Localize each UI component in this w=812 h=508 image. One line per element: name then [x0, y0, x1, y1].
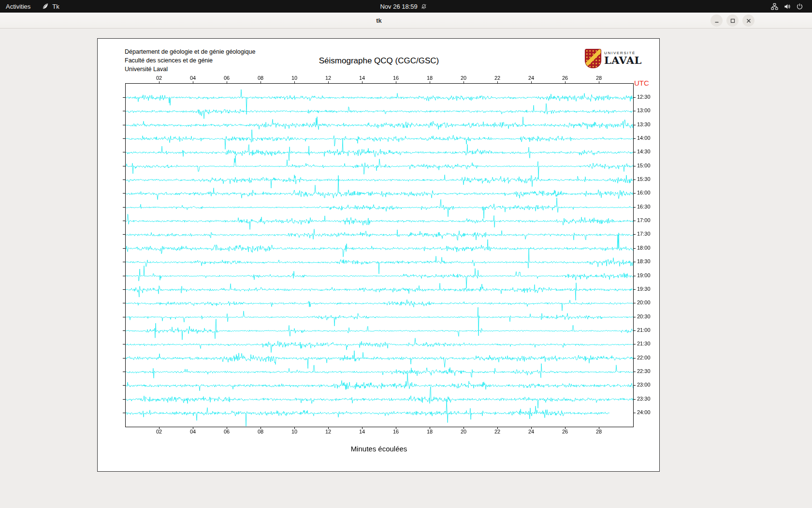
- time-label: 23:00: [637, 382, 651, 388]
- x-tick-label: 04: [186, 429, 200, 434]
- time-label: 15:30: [637, 176, 651, 182]
- laval-wordmark: UNIVERSITÉ LAVAL: [604, 49, 642, 66]
- volume-icon: [783, 3, 791, 10]
- time-label: 14:30: [637, 149, 651, 154]
- app-menu[interactable]: Tk: [36, 0, 65, 13]
- notifications-muted-icon: [421, 3, 427, 10]
- x-tick-label: 06: [220, 75, 233, 81]
- tk-feather-icon: [42, 3, 49, 10]
- axis-tick: [227, 427, 227, 429]
- x-tick-label: 14: [355, 429, 369, 434]
- axis-tick: [159, 427, 160, 429]
- x-tick-label: 28: [592, 75, 606, 81]
- time-label: 22:30: [637, 368, 651, 374]
- axis-tick: [531, 427, 532, 429]
- seismograph-panel: Département de géologie et de génie géol…: [97, 38, 660, 472]
- utc-label: UTC: [634, 79, 649, 87]
- time-label: 18:00: [637, 245, 651, 251]
- x-tick-label: 06: [220, 429, 233, 434]
- window-title: tk: [376, 17, 382, 24]
- x-tick-label: 08: [254, 75, 267, 81]
- x-tick-label: 02: [152, 429, 166, 434]
- window-controls: [710, 15, 754, 27]
- axis-tick: [328, 427, 329, 429]
- x-tick-label: 12: [321, 429, 335, 434]
- activities-label: Activities: [6, 3, 30, 10]
- axis-tick: [599, 427, 599, 429]
- x-tick-label: 22: [491, 429, 504, 434]
- x-tick-label: 10: [288, 75, 301, 81]
- time-label: 14:00: [637, 135, 651, 141]
- x-tick-label: 04: [186, 75, 200, 81]
- laval-logo: UNIVERSITÉ LAVAL: [585, 49, 642, 68]
- x-tick-label: 22: [491, 75, 504, 81]
- restore-button[interactable]: [726, 15, 739, 27]
- power-icon: [796, 3, 803, 10]
- clock-menu[interactable]: Nov 26 18:59: [374, 0, 433, 13]
- axis-tick: [565, 427, 566, 429]
- window-titlebar[interactable]: tk: [0, 13, 812, 29]
- close-button[interactable]: [742, 15, 754, 27]
- system-status-menu[interactable]: [765, 0, 809, 13]
- plot-area: [125, 83, 634, 427]
- window-content: Département de géologie et de génie géol…: [0, 29, 812, 508]
- dept-line-1: Département de géologie et de génie géol…: [125, 47, 255, 56]
- x-tick-label: 24: [524, 429, 538, 434]
- axis-tick: [261, 427, 261, 429]
- time-label: 15:00: [637, 163, 651, 168]
- time-label: 20:30: [637, 314, 651, 319]
- axis-tick: [464, 427, 464, 429]
- x-tick-label: 02: [152, 75, 166, 81]
- time-label: 13:00: [637, 107, 651, 113]
- x-tick-label: 14: [355, 75, 369, 81]
- time-label: 23:30: [637, 396, 651, 402]
- x-tick-label: 18: [423, 429, 436, 434]
- x-tick-label: 18: [423, 75, 436, 81]
- x-tick-label: 28: [592, 429, 606, 434]
- time-label: 12:30: [637, 94, 651, 100]
- axis-tick: [362, 427, 362, 429]
- x-tick-label: 24: [524, 75, 538, 81]
- time-label: 20:00: [637, 299, 651, 305]
- x-tick-label: 20: [457, 75, 470, 81]
- dept-line-3: Université Laval: [125, 65, 255, 74]
- time-label: 22:00: [637, 355, 651, 360]
- activities-button[interactable]: Activities: [0, 0, 36, 13]
- axis-tick: [294, 427, 295, 429]
- time-label: 21:00: [637, 327, 651, 333]
- x-tick-label: 16: [389, 75, 403, 81]
- time-label: 19:00: [637, 272, 651, 278]
- time-label: 16:30: [637, 204, 651, 209]
- time-label: 17:00: [637, 217, 651, 223]
- x-tick-label: 12: [321, 75, 335, 81]
- network-icon: [771, 3, 778, 10]
- axis-tick: [193, 427, 193, 429]
- axis-tick: [430, 427, 430, 429]
- time-label: 16:00: [637, 190, 651, 195]
- x-tick-label: 20: [457, 429, 470, 434]
- x-tick-label: 08: [254, 429, 267, 434]
- x-tick-label: 16: [389, 429, 403, 434]
- axis-tick: [396, 427, 396, 429]
- time-label: 24:00: [637, 409, 651, 415]
- x-tick-label: 10: [288, 429, 301, 434]
- seismogram-canvas: [126, 84, 633, 427]
- time-label: 17:30: [637, 231, 651, 237]
- time-label: 21:30: [637, 341, 651, 346]
- gnome-top-bar: Activities Tk Nov 26 18:59: [0, 0, 812, 13]
- x-axis-title: Minutes écoulées: [125, 445, 633, 453]
- x-tick-label: 26: [558, 75, 572, 81]
- minimize-button[interactable]: [710, 15, 723, 27]
- app-menu-label: Tk: [52, 3, 59, 10]
- time-label: 18:30: [637, 258, 651, 264]
- x-tick-label: 26: [558, 429, 572, 434]
- seismograph-title: Séismographe QCQ (CGC/GSC): [125, 56, 633, 66]
- clock-label: Nov 26 18:59: [380, 3, 417, 10]
- axis-tick: [497, 427, 498, 429]
- time-label: 19:30: [637, 286, 651, 292]
- laval-wordmark-bottom: LAVAL: [604, 55, 642, 66]
- laval-shield-icon: [585, 49, 601, 68]
- time-label: 13:30: [637, 121, 651, 127]
